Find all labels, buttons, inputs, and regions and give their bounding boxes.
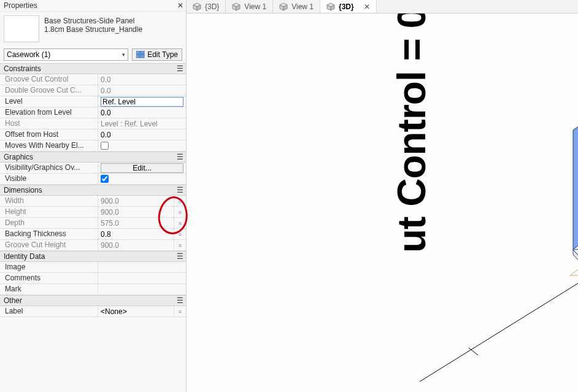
svg-rect-1 xyxy=(141,51,144,54)
moves-with-nearby-checkbox[interactable] xyxy=(101,142,109,150)
group-other[interactable]: Other ☰ xyxy=(0,295,186,306)
close-icon[interactable]: ✕ xyxy=(177,2,183,9)
associate-parameter-button[interactable]: ≡ xyxy=(174,306,186,317)
row-visibility-graphics[interactable]: Visibility/Graphics Ov... Edit... xyxy=(0,163,186,174)
collapse-icon: ☰ xyxy=(177,186,183,194)
row-label[interactable]: Label <None> ≡ xyxy=(0,306,186,317)
associate-parameter-button[interactable]: ≡ xyxy=(174,240,186,250)
type-name-line1: Base Structures-Side Panel xyxy=(44,17,142,25)
svg-rect-2 xyxy=(136,55,140,58)
visible-checkbox[interactable] xyxy=(101,175,109,183)
edit-type-label: Edit Type xyxy=(147,50,178,59)
row-mark[interactable]: Mark xyxy=(0,284,186,295)
cube-icon xyxy=(279,2,288,11)
type-preview-icon xyxy=(4,15,39,42)
properties-titlebar: Properties ✕ xyxy=(0,0,186,12)
svg-rect-0 xyxy=(136,51,140,54)
view-tabs: {3D} View 1 View 1 {3D} ✕ xyxy=(187,0,578,13)
row-visible[interactable]: Visible xyxy=(0,174,186,185)
model-annotation-text: ut Control = 0 xyxy=(389,13,434,253)
row-width: Width 900.0 ≡ xyxy=(0,196,186,207)
row-backing-thickness[interactable]: Backing Thickness 0.8 ≡ xyxy=(0,229,186,240)
dimension-line xyxy=(420,271,578,392)
row-host: Host Level : Ref. Level xyxy=(0,118,186,129)
view-tab-3d[interactable]: {3D} xyxy=(187,0,226,13)
row-image[interactable]: Image xyxy=(0,262,186,273)
edit-type-icon xyxy=(136,51,145,58)
tab-close-icon[interactable]: ✕ xyxy=(364,2,370,11)
associate-parameter-button[interactable]: ≡ xyxy=(174,218,186,228)
type-selector-row: Base Structures-Side Panel 1.8cm Base St… xyxy=(0,12,186,48)
cube-icon xyxy=(232,2,241,11)
collapse-icon: ☰ xyxy=(177,64,183,73)
collapse-icon: ☰ xyxy=(177,296,183,305)
model-viewport[interactable]: ut Control = 0 xyxy=(187,13,578,392)
cabinet-model[interactable] xyxy=(530,93,578,277)
associate-parameter-button[interactable]: ≡ xyxy=(174,196,186,206)
view-tab-view1[interactable]: View 1 xyxy=(226,0,273,13)
properties-title: Properties xyxy=(4,1,37,10)
row-height: Height 900.0 ≡ xyxy=(0,207,186,218)
row-moves-with-nearby[interactable]: Moves With Nearby El... xyxy=(0,140,186,152)
row-groove-cut-height: Groove Cut Height 900.0 ≡ xyxy=(0,240,186,251)
cube-icon xyxy=(193,2,201,11)
collapse-icon: ☰ xyxy=(177,252,183,261)
type-name: Base Structures-Side Panel 1.8cm Base St… xyxy=(44,15,142,42)
svg-marker-18 xyxy=(570,262,578,275)
category-selector[interactable]: Casework (1) ▾ xyxy=(4,48,128,61)
row-elevation-from-level[interactable]: Elevation from Level 0.0 xyxy=(0,107,186,118)
svg-line-16 xyxy=(420,271,578,382)
properties-panel: Properties ✕ Base Structures-Side Panel … xyxy=(0,0,187,392)
row-double-groove-cut: Double Groove Cut C... 0.0 xyxy=(0,85,186,96)
cube-icon xyxy=(326,2,335,11)
row-comments[interactable]: Comments xyxy=(0,273,186,284)
edit-type-button[interactable]: Edit Type xyxy=(132,48,182,61)
row-groove-cut-control: Groove Cut Control 0.0 xyxy=(0,74,186,85)
associate-parameter-button[interactable]: ≡ xyxy=(174,207,186,217)
group-identity[interactable]: Identity Data ☰ xyxy=(0,251,186,262)
vg-edit-button[interactable]: Edit... xyxy=(101,163,183,173)
row-level[interactable]: Level xyxy=(0,96,186,107)
svg-rect-3 xyxy=(141,55,144,58)
level-field[interactable] xyxy=(101,97,183,107)
chevron-down-icon: ▾ xyxy=(122,52,125,58)
group-graphics[interactable]: Graphics ☰ xyxy=(0,152,186,163)
view-tab-view1-2[interactable]: View 1 xyxy=(273,0,320,13)
svg-line-17 xyxy=(469,348,478,355)
associate-parameter-button[interactable]: ≡ xyxy=(174,229,186,239)
viewport-area: {3D} View 1 View 1 {3D} ✕ ut Control = 0 xyxy=(187,0,578,392)
group-dimensions[interactable]: Dimensions ☰ xyxy=(0,185,186,196)
svg-marker-19 xyxy=(573,118,578,250)
category-selector-label: Casework (1) xyxy=(7,50,50,59)
collapse-icon: ☰ xyxy=(177,153,183,161)
group-constraints[interactable]: Constraints ☰ xyxy=(0,63,186,74)
row-depth: Depth 575.0 ≡ xyxy=(0,218,186,229)
view-tab-3d-active[interactable]: {3D} ✕ xyxy=(320,0,377,13)
row-offset-from-host[interactable]: Offset from Host 0.0 xyxy=(0,129,186,140)
type-name-line2: 1.8cm Base Structure_Handle xyxy=(44,25,142,34)
